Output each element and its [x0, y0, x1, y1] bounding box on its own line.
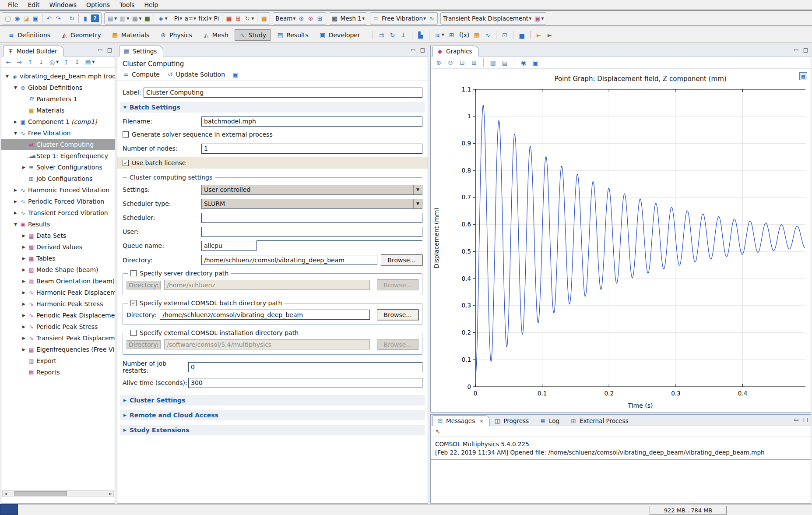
- chevron-down-icon[interactable]: ▼: [413, 199, 422, 208]
- tree-item-parameters-1[interactable]: PiParameters 1: [1, 93, 115, 105]
- settings-tab[interactable]: ▦ Settings: [119, 46, 163, 56]
- parameter-case-icon[interactable]: Pi: [214, 15, 219, 22]
- maximize-icon[interactable]: □: [803, 47, 808, 53]
- ribbon-geometry[interactable]: ◭Geometry: [56, 29, 105, 41]
- tab-messages[interactable]: ✉Messages×: [432, 415, 490, 426]
- tree-expand-icon[interactable]: ▼: [4, 74, 11, 78]
- chevron-down-icon[interactable]: ▼: [442, 33, 444, 37]
- tree-item-job-configurations[interactable]: ⊞Job Configurations: [1, 173, 115, 184]
- chevron-down-icon[interactable]: ▼: [293, 17, 295, 21]
- tree-expand-icon[interactable]: ▶: [12, 199, 19, 204]
- browse-button[interactable]: Browse...: [377, 309, 418, 320]
- tree-expand-icon[interactable]: ▶: [21, 336, 27, 340]
- tree-expand-icon[interactable]: ▶: [21, 347, 27, 352]
- alive-time-field[interactable]: 300: [188, 378, 422, 388]
- back-icon[interactable]: ←: [5, 59, 12, 66]
- zoom-in-icon[interactable]: ⊕: [435, 59, 442, 66]
- tab-log[interactable]: ≣Log: [535, 415, 566, 426]
- show-icon[interactable]: ◎▼: [49, 59, 59, 66]
- number-of-nodes-field[interactable]: 1: [201, 144, 422, 154]
- add-physics-icon[interactable]: ⊛: [298, 15, 305, 22]
- tree-item-beam-orientation-beam[interactable]: ▶▧Beam Orientation (beam): [1, 275, 115, 287]
- save-file-icon[interactable]: ▣: [32, 15, 39, 22]
- parametric-sweep-icon[interactable]: ≋▼: [434, 32, 444, 39]
- physics-selector[interactable]: Beam▼: [275, 15, 295, 22]
- study-materials-icon[interactable]: ▦: [473, 32, 480, 39]
- window-layout-3-icon[interactable]: ▦▼: [131, 15, 141, 22]
- chevron-down-icon[interactable]: ▼: [193, 17, 196, 21]
- tree-expand-icon[interactable]: ▶: [12, 188, 19, 192]
- menu-windows[interactable]: Windows: [45, 0, 81, 9]
- model-builder-tab[interactable]: Ŧ Model Builder: [3, 46, 64, 56]
- tree-expand-icon[interactable]: ▶: [21, 325, 27, 329]
- generate-solver-sequence-checkbox[interactable]: [123, 131, 129, 138]
- tree-expand-icon[interactable]: ▶: [21, 279, 27, 283]
- tree-item-global-definitions[interactable]: ▼⊕Global Definitions: [1, 82, 115, 93]
- chevron-down-icon[interactable]: ▼: [529, 17, 531, 21]
- tree-item-results[interactable]: ▼▣Results: [1, 219, 115, 230]
- update-solution-button[interactable]: ↺ Update Solution: [167, 71, 225, 78]
- menu-help[interactable]: Help: [140, 0, 163, 9]
- zoom-box-icon[interactable]: ⊡: [459, 59, 466, 66]
- menu-tools[interactable]: Tools: [115, 0, 139, 9]
- maximize-icon[interactable]: □: [420, 47, 425, 53]
- user-field[interactable]: [201, 227, 422, 237]
- tree-item-cluster-computing[interactable]: ⇄Cluster Computing: [1, 139, 115, 150]
- variables-icon[interactable]: a=▼: [184, 15, 196, 22]
- move-down-icon[interactable]: ↓: [38, 59, 45, 66]
- model-wizard-icon[interactable]: ◉: [14, 15, 21, 22]
- x-axis-grid-icon[interactable]: ▤: [501, 59, 508, 66]
- chevron-down-icon[interactable]: ▼: [423, 17, 426, 21]
- minimize-icon[interactable]: ▭: [411, 47, 415, 53]
- tree-item-solver-configurations[interactable]: ▶≡Solver Configurations: [1, 162, 115, 173]
- close-icon[interactable]: ×: [479, 418, 483, 424]
- maximize-icon[interactable]: □: [803, 416, 808, 423]
- study-selector[interactable]: Free Vibration▼: [382, 15, 426, 22]
- snapshot-icon[interactable]: ◉: [520, 59, 527, 66]
- chevron-down-icon[interactable]: ▼: [127, 17, 129, 21]
- forward-icon[interactable]: →: [16, 59, 23, 66]
- tree-item-eigenfrequencies-free-vibration[interactable]: ▶▤Eigenfrequencies (Free Vibration): [1, 344, 115, 355]
- tree-item-periodic-forced-vibration[interactable]: ▶∿Periodic Forced Vibration: [1, 196, 115, 207]
- functions-icon[interactable]: f(x)▼: [198, 15, 211, 22]
- compute-button[interactable]: = Compute: [123, 71, 160, 78]
- add-material-icon[interactable]: ▦: [260, 15, 267, 22]
- window-layout-icon[interactable]: ▤▼: [107, 15, 117, 22]
- window-layout-2-icon[interactable]: ▥▼: [119, 15, 129, 22]
- chevron-down-icon[interactable]: ▼: [413, 185, 422, 194]
- minimize-icon[interactable]: ▭: [98, 47, 102, 53]
- plot-group-selector[interactable]: Transient Peak Displacement▼: [443, 15, 531, 22]
- mesh-icon[interactable]: ▩: [331, 15, 338, 22]
- settings-dropdown[interactable]: User controlled ▼: [201, 185, 422, 195]
- chevron-down-icon[interactable]: ▼: [209, 17, 211, 21]
- mesh-selector[interactable]: Mesh 1▼: [341, 15, 365, 22]
- tree-item-free-vibration[interactable]: ▼∿Free Vibration: [1, 127, 115, 139]
- tree-expand-icon[interactable]: ▶: [21, 233, 27, 238]
- parameters-icon[interactable]: Pi▼: [174, 15, 183, 22]
- tree-item-transient-peak-displacement[interactable]: ▶∿Transient Peak Displacement: [1, 332, 115, 344]
- print-icon[interactable]: ▣: [532, 59, 539, 66]
- tree-expand-icon[interactable]: ▶: [12, 120, 19, 124]
- tree-item-reports[interactable]: ▤Reports: [1, 367, 115, 378]
- scheduler-type-dropdown[interactable]: SLURM ▼: [201, 199, 422, 209]
- menu-options[interactable]: Options: [82, 0, 114, 9]
- chevron-down-icon[interactable]: ▼: [362, 17, 365, 21]
- tree-expand-icon[interactable]: ▼: [12, 131, 19, 135]
- section-cluster-settings[interactable]: ▶ Cluster Settings: [120, 395, 425, 406]
- graphics-tab[interactable]: ◆ Graphics: [432, 46, 479, 56]
- chevron-down-icon[interactable]: ▼: [114, 17, 117, 21]
- tree-item-mode-shape-beam[interactable]: ▶▧Mode Shape (beam): [1, 264, 115, 275]
- tree-item-export[interactable]: ▥Export: [1, 355, 115, 367]
- ribbon-physics[interactable]: ⊛Physics: [155, 29, 197, 41]
- study-reference-icon[interactable]: ∿: [484, 32, 491, 39]
- tree-item-periodic-peak-stress[interactable]: ▶∿Periodic Peak Stress: [1, 321, 115, 332]
- queue-name-field[interactable]: allcpu: [201, 241, 257, 251]
- specify-installation-directory-checkbox[interactable]: [130, 330, 137, 336]
- zoom-out-icon[interactable]: ⊖: [447, 59, 454, 66]
- compute-icon[interactable]: =: [373, 15, 380, 22]
- probe-icon[interactable]: ►: [535, 32, 542, 39]
- tree-expand-icon[interactable]: ▶: [12, 211, 19, 215]
- use-batch-license-checkbox[interactable]: ✓: [123, 160, 129, 166]
- show-default-solver-icon[interactable]: ▙: [417, 32, 424, 39]
- tab-external-process[interactable]: ⊞External Process: [566, 415, 635, 426]
